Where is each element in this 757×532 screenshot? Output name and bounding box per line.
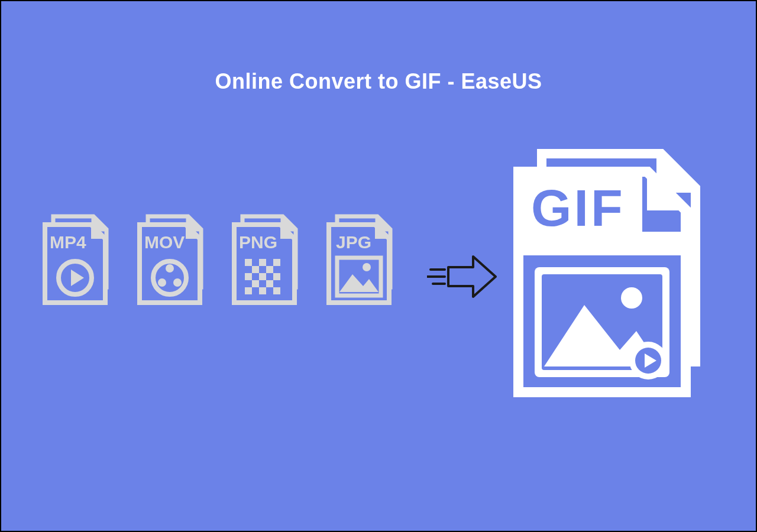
svg-rect-12 <box>273 273 280 280</box>
svg-rect-8 <box>252 266 259 273</box>
gif-file-icon: GIF <box>513 149 709 397</box>
svg-point-3 <box>158 278 166 287</box>
svg-rect-13 <box>252 280 259 287</box>
format-label: MP4 <box>50 232 86 252</box>
mov-file-icon: MOV <box>137 220 208 314</box>
svg-rect-9 <box>266 266 273 273</box>
format-label: PNG <box>239 232 277 252</box>
png-file-icon: PNG <box>232 220 303 314</box>
diagram-frame: Online Convert to GIF - EaseUS MP4 <box>0 0 757 532</box>
format-label: JPG <box>336 232 371 252</box>
svg-rect-15 <box>245 287 252 294</box>
svg-rect-17 <box>273 287 280 294</box>
svg-rect-10 <box>245 273 252 280</box>
svg-rect-14 <box>266 280 273 287</box>
svg-point-19 <box>363 263 371 271</box>
jpg-file-icon: JPG <box>326 220 397 314</box>
svg-point-27 <box>621 287 642 309</box>
svg-rect-11 <box>259 273 266 280</box>
svg-rect-6 <box>259 259 266 266</box>
mp4-file-icon: MP4 <box>43 220 114 314</box>
svg-rect-7 <box>273 259 280 266</box>
svg-rect-5 <box>245 259 252 266</box>
svg-point-4 <box>173 278 182 287</box>
page-title: Online Convert to GIF - EaseUS <box>1 69 756 94</box>
format-label: MOV <box>144 232 185 252</box>
source-formats-row: MP4 MOV <box>43 220 421 314</box>
arrow-right-icon <box>427 253 498 300</box>
format-label: GIF <box>531 179 625 237</box>
svg-point-2 <box>166 264 174 273</box>
svg-rect-16 <box>259 287 266 294</box>
